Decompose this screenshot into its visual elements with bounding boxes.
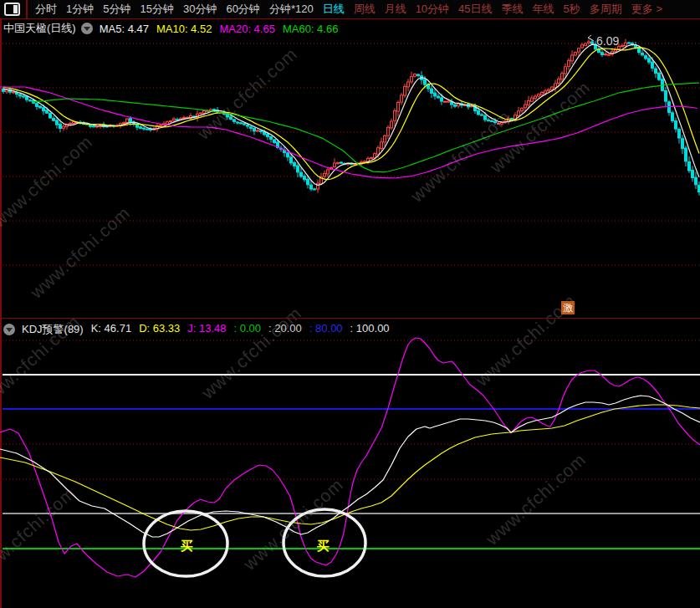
toolbar-item-12[interactable]: 季线 bbox=[502, 0, 524, 18]
ma10-line bbox=[3, 48, 699, 179]
ma60-line bbox=[32, 83, 699, 172]
stock-title: 中国天楹(日线) bbox=[3, 21, 76, 36]
level-0: : 0.00 bbox=[234, 322, 262, 337]
buy-signal-label-2: 买 bbox=[317, 539, 330, 553]
ma60-label: MA60: 4.66 bbox=[283, 23, 339, 35]
indicator-name: KDJ预警(89) bbox=[22, 322, 84, 337]
toolbar-item-6[interactable]: 分钟*120 bbox=[269, 0, 314, 18]
kdj-legend: KDJ预警(89)K: 46.71D: 63.33J: 13.48: 0.00:… bbox=[3, 322, 397, 337]
level-100: : 100.00 bbox=[350, 322, 390, 337]
toolbar-item-0[interactable]: 分时 bbox=[35, 0, 57, 18]
toolbar-item-14[interactable]: 5秒 bbox=[564, 0, 580, 18]
toolbar-item-5[interactable]: 60分钟 bbox=[226, 0, 259, 18]
status-badge: 激 bbox=[561, 301, 575, 314]
chevron-down-icon[interactable] bbox=[81, 23, 93, 34]
main-candlestick-chart[interactable]: 6.09 bbox=[0, 18, 700, 318]
buy-signal-label-1: 买 bbox=[181, 539, 193, 553]
j-value: J: 13.48 bbox=[187, 322, 226, 337]
level-20: : 20.00 bbox=[268, 322, 302, 337]
toolbar-item-16[interactable]: 更多 > bbox=[631, 0, 662, 18]
toolbar-item-9[interactable]: 月线 bbox=[385, 0, 406, 18]
panel-divider bbox=[0, 318, 700, 319]
d-value: D: 63.33 bbox=[139, 322, 180, 337]
period-toolbar: 分时1分钟5分钟15分钟30分钟60分钟分钟*120日线周线月线10分钟45日线… bbox=[0, 0, 700, 19]
ma5-label: MA5: 4.47 bbox=[100, 23, 149, 35]
toolbar-item-7[interactable]: 日线 bbox=[323, 0, 345, 18]
toolbar-item-2[interactable]: 5分钟 bbox=[103, 0, 130, 18]
toolbar-item-4[interactable]: 30分钟 bbox=[183, 0, 217, 18]
chevron-down-icon[interactable] bbox=[3, 324, 15, 335]
toolbar-item-1[interactable]: 1分钟 bbox=[66, 0, 94, 18]
toolbar-item-13[interactable]: 年线 bbox=[533, 0, 554, 18]
left-axis-border bbox=[0, 18, 2, 318]
kdj-indicator-chart[interactable]: 买买 bbox=[0, 319, 700, 608]
d-line bbox=[0, 405, 700, 530]
price-marker-label: 6.09 bbox=[596, 34, 619, 48]
trading-app-window: { "window": {"width": 837, "height": 727… bbox=[0, 0, 700, 608]
ma20-label: MA20: 4.65 bbox=[219, 23, 275, 35]
split-window-icon[interactable] bbox=[4, 3, 20, 16]
toolbar-item-15[interactable]: 多周期 bbox=[590, 0, 622, 18]
toolbar-item-10[interactable]: 10分钟 bbox=[416, 0, 449, 18]
candles-group bbox=[3, 38, 700, 195]
ma10-label: MA10: 4.52 bbox=[156, 23, 212, 35]
toolbar-item-8[interactable]: 周线 bbox=[354, 0, 376, 18]
toolbar-item-3[interactable]: 15分钟 bbox=[140, 0, 173, 18]
left-axis-border bbox=[0, 319, 2, 608]
toolbar-item-11[interactable]: 45日线 bbox=[458, 0, 492, 18]
main-chart-legend: 中国天楹(日线) MA5: 4.47MA10: 4.52MA20: 4.65MA… bbox=[3, 21, 345, 36]
j-line bbox=[0, 338, 700, 577]
k-value: K: 46.71 bbox=[91, 322, 131, 337]
toolbar-separator bbox=[26, 0, 28, 18]
level-80: : 80.00 bbox=[309, 322, 343, 337]
